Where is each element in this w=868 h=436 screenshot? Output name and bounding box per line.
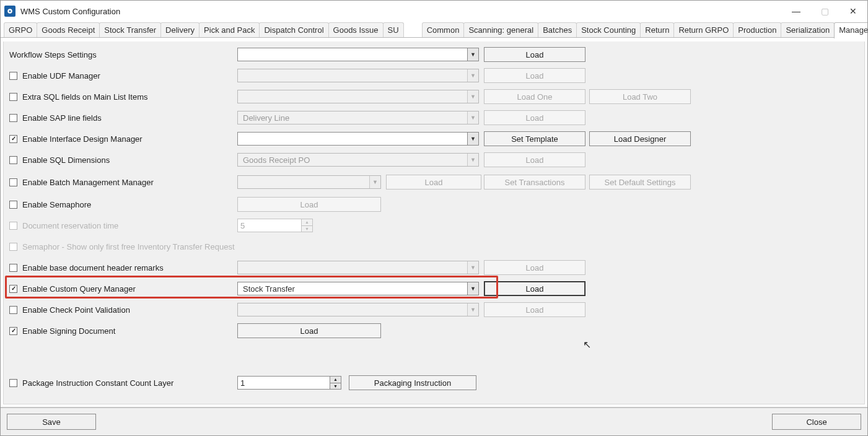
checkbox-interface-design[interactable]	[9, 135, 17, 143]
minimize-button[interactable]: —	[782, 1, 810, 22]
chevron-down-icon[interactable]: ▼	[330, 383, 341, 390]
tab-scanning-general[interactable]: Scanning: general	[463, 22, 538, 38]
select-interface-design[interactable]: ▼	[237, 132, 479, 146]
label-package-instruction: Package Instruction Constant Count Layer	[22, 378, 173, 388]
window-title: WMS Custom Configuration	[20, 7, 120, 16]
row-interface-design: Enable Interface Design Manager ▼ Set Te…	[7, 128, 861, 149]
checkbox-check-point[interactable]	[9, 306, 17, 314]
tab-pick-and-pack[interactable]: Pick and Pack	[199, 22, 260, 38]
load-button-signing-doc[interactable]: Load	[237, 323, 381, 338]
checkbox-signing-doc[interactable]	[9, 327, 17, 335]
label-workflow: Workflow Steps Settings	[9, 50, 97, 59]
checkbox-package-instruction[interactable]	[9, 379, 17, 387]
chevron-up-icon: ▲	[302, 219, 312, 226]
select-workflow[interactable]: ▼	[237, 48, 479, 61]
app-icon	[4, 6, 15, 17]
tab-serialization[interactable]: Serialization	[781, 22, 835, 38]
row-sql-dimensions: Enable SQL Dimensions Goods Receipt PO▼ …	[7, 149, 861, 170]
load-designer-button[interactable]: Load Designer	[589, 131, 691, 146]
tab-grpo[interactable]: GRPO	[4, 22, 37, 38]
row-custom-query-mgr: Enable Custom Query Manager Stock Transf…	[7, 278, 861, 299]
label-extra-sql: Extra SQL fields on Main List Items	[22, 92, 148, 102]
title-bar: WMS Custom Configuration — ▢ ✕	[1, 1, 867, 22]
label-sap-line: Enable SAP line fields	[22, 113, 102, 123]
row-extra-sql: Extra SQL fields on Main List Items ▼ Lo…	[7, 86, 861, 107]
label-doc-res-time: Document reservation time	[22, 221, 118, 230]
content-area: Workflow Steps Settings ▼ Load Enable UD…	[1, 39, 867, 404]
tab-strip: GRPO Goods Receipt Stock Transfer Delive…	[1, 22, 867, 39]
chevron-down-icon: ▼	[467, 90, 478, 103]
row-workflow-steps: Workflow Steps Settings ▼ Load	[7, 44, 861, 65]
tab-dispatch-control[interactable]: Dispatch Control	[259, 22, 328, 38]
load-button-semaphore: Load	[237, 197, 381, 212]
label-check-point: Enable Check Point Validation	[22, 305, 130, 315]
row-semaphor-show-first: Semaphor - Show only first free Inventor…	[7, 236, 861, 257]
checkbox-custom-query[interactable]	[9, 285, 17, 293]
label-semaphor-first: Semaphor - Show only first free Inventor…	[22, 242, 235, 251]
save-button[interactable]: Save	[7, 414, 96, 430]
checkbox-semaphore[interactable]	[9, 201, 17, 209]
close-button[interactable]: Close	[772, 414, 861, 430]
checkbox-batch-mgmt[interactable]	[9, 178, 17, 186]
load-button-custom-query[interactable]: Load	[484, 281, 585, 296]
chevron-down-icon: ▼	[467, 69, 478, 82]
row-signing-doc: Enable Signing Document Load	[7, 320, 861, 341]
load-button-sap-line: Load	[484, 110, 585, 125]
tab-return[interactable]: Return	[640, 22, 674, 38]
chevron-down-icon: ▼	[369, 176, 380, 188]
load-button-base-doc: Load	[484, 260, 585, 275]
select-base-doc: ▼	[237, 261, 479, 274]
tab-stock-counting[interactable]: Stock Counting	[576, 22, 641, 38]
label-base-doc: Enable base document header remarks	[22, 263, 164, 272]
chevron-down-icon: ▼	[467, 303, 478, 316]
spinner-package-instruction[interactable]: 1 ▲▼	[237, 376, 341, 390]
packaging-instruction-button[interactable]: Packaging Instruction	[349, 375, 476, 390]
label-signing-doc: Enable Signing Document	[22, 326, 115, 336]
tab-goods-receipt[interactable]: Goods Receipt	[37, 22, 100, 38]
tab-su[interactable]: SU	[383, 22, 404, 38]
select-check-point: ▼	[237, 303, 479, 316]
row-semaphore: Enable Semaphore Load	[7, 194, 861, 215]
select-sql-dimensions: Goods Receipt PO▼	[237, 153, 479, 167]
checkbox-sql-dimensions[interactable]	[9, 156, 17, 164]
checkbox-extra-sql[interactable]	[9, 93, 17, 101]
tab-return-grpo[interactable]: Return GRPO	[673, 22, 734, 38]
maximize-button: ▢	[810, 1, 839, 22]
tab-manager[interactable]: Manager	[834, 22, 868, 38]
tab-common[interactable]: Common	[422, 22, 465, 38]
tab-batches[interactable]: Batches	[538, 22, 577, 38]
chevron-down-icon: ▼	[467, 111, 478, 124]
chevron-up-icon[interactable]: ▲	[330, 377, 341, 383]
row-sap-line: Enable SAP line fields Delivery Line▼ Lo…	[7, 107, 861, 128]
load-button-workflow[interactable]: Load	[484, 47, 585, 62]
load-button-udf: Load	[484, 68, 585, 83]
checkbox-base-doc[interactable]	[9, 264, 17, 272]
load-button-sql-dimensions: Load	[484, 152, 585, 167]
label-interface-design: Enable Interface Design Manager	[22, 134, 142, 144]
set-default-settings-button: Set Default Settings	[589, 175, 691, 190]
spinner-doc-res-time: 5 ▲▼	[237, 219, 313, 232]
tab-stock-transfer[interactable]: Stock Transfer	[99, 22, 161, 38]
row-package-instruction: Package Instruction Constant Count Layer…	[7, 372, 861, 393]
chevron-down-icon: ▼	[467, 48, 478, 61]
load-two-button: Load Two	[589, 89, 691, 104]
tab-production[interactable]: Production	[733, 22, 781, 38]
load-button-batch-mgmt: Load	[386, 175, 481, 190]
tab-goods-issue[interactable]: Goods Issue	[328, 22, 384, 38]
label-batch-mgmt: Enable Batch Management Manager	[22, 178, 154, 187]
row-udf: Enable UDF Manager ▼ Load	[7, 65, 861, 86]
select-custom-query[interactable]: Stock Transfer▼	[237, 282, 479, 295]
label-udf: Enable UDF Manager	[22, 71, 100, 81]
label-sql-dimensions: Enable SQL Dimensions	[22, 155, 110, 165]
checkbox-udf[interactable]	[9, 72, 17, 80]
chevron-down-icon: ▼	[467, 154, 478, 166]
tab-delivery[interactable]: Delivery	[160, 22, 199, 38]
close-window-button[interactable]: ✕	[839, 1, 867, 22]
checkbox-sap-line[interactable]	[9, 114, 17, 122]
set-template-button[interactable]: Set Template	[484, 131, 585, 146]
load-one-button: Load One	[484, 89, 585, 104]
chevron-down-icon: ▼	[467, 261, 478, 274]
row-check-point: Enable Check Point Validation ▼ Load	[7, 299, 861, 320]
checkbox-semaphor-first	[9, 243, 17, 251]
select-batch-mgmt: ▼	[237, 175, 381, 189]
